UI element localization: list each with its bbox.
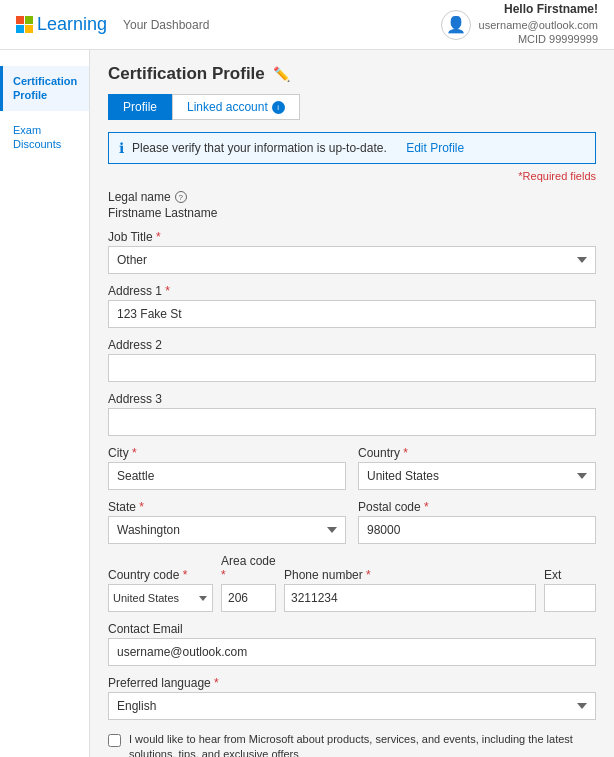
logo-red [16, 16, 24, 24]
address1-group: Address 1 * [108, 284, 596, 328]
phone-number-label: Phone number * [284, 568, 536, 582]
job-title-label: Job Title * [108, 230, 596, 244]
preferred-language-select[interactable]: English Spanish French German [108, 692, 596, 720]
address2-label: Address 2 [108, 338, 596, 352]
address3-group: Address 3 [108, 392, 596, 436]
country-label: Country * [358, 446, 596, 460]
contact-email-input[interactable] [108, 638, 596, 666]
phone-number-group: Phone number * [284, 568, 536, 612]
user-email: username@outlook.com [479, 18, 598, 32]
user-mcid: MCID 99999999 [479, 32, 598, 46]
ext-group: Ext [544, 568, 596, 612]
page-title: Certification Profile [108, 64, 265, 84]
state-select[interactable]: Washington California New York [108, 516, 346, 544]
legal-name-value: Firstname Lastname [108, 206, 596, 220]
country-code-label: Country code * [108, 568, 213, 582]
logo-yellow [25, 25, 33, 33]
form: Legal name ? Firstname Lastname Job Titl… [108, 190, 596, 757]
preferred-language-group: Preferred language * English Spanish Fre… [108, 676, 596, 720]
header-left: Learning Your Dashboard [16, 14, 209, 35]
state-group: State * Washington California New York [108, 500, 346, 544]
preferred-language-label: Preferred language * [108, 676, 596, 690]
user-section[interactable]: 👤 Hello Firstname! username@outlook.com … [441, 2, 598, 46]
address1-label: Address 1 * [108, 284, 596, 298]
alert-banner: ℹ Please verify that your information is… [108, 132, 596, 164]
user-avatar: 👤 [441, 10, 471, 40]
checkbox1-group: I would like to hear from Microsoft abou… [108, 732, 596, 757]
brand-name: Learning [37, 14, 107, 35]
state-postal-row: State * Washington California New York P… [108, 500, 596, 544]
checkbox1-label: I would like to hear from Microsoft abou… [129, 732, 596, 757]
address2-input[interactable] [108, 354, 596, 382]
ms-logo: Learning [16, 14, 107, 35]
city-input[interactable] [108, 462, 346, 490]
job-title-group: Job Title * Other Student Developer IT P… [108, 230, 596, 274]
country-code-group: Country code * United States Canada [108, 568, 213, 612]
country-code-select[interactable]: United States Canada [108, 584, 213, 612]
ms-logo-grid [16, 16, 33, 33]
contact-email-group: Contact Email [108, 622, 596, 666]
logo-green [25, 16, 33, 24]
job-title-required: * [153, 230, 161, 244]
area-code-group: Area code * [221, 554, 276, 612]
city-country-row: City * Country * United States Canada Un… [108, 446, 596, 490]
legal-name-label: Legal name ? [108, 190, 596, 204]
required-note: *Required fields [108, 170, 596, 182]
legal-name-info-icon[interactable]: ? [175, 191, 187, 203]
tab-profile[interactable]: Profile [108, 94, 172, 120]
postal-code-input[interactable] [358, 516, 596, 544]
alert-text: Please verify that your information is u… [132, 141, 387, 155]
dashboard-label: Your Dashboard [123, 18, 209, 32]
linked-account-info-icon[interactable]: i [272, 101, 285, 114]
checkbox1[interactable] [108, 734, 121, 747]
address1-input[interactable] [108, 300, 596, 328]
legal-name-group: Legal name ? Firstname Lastname [108, 190, 596, 220]
address3-input[interactable] [108, 408, 596, 436]
edit-profile-link[interactable]: Edit Profile [406, 141, 464, 155]
area-code-label: Area code * [221, 554, 276, 582]
phone-row: Country code * United States Canada Area… [108, 554, 596, 612]
tabs: Profile Linked account i [108, 94, 596, 120]
country-select[interactable]: United States Canada United Kingdom [358, 462, 596, 490]
state-label: State * [108, 500, 346, 514]
address3-label: Address 3 [108, 392, 596, 406]
alert-info-icon: ℹ [119, 140, 124, 156]
sidebar: Certification Profile Exam Discounts [0, 50, 90, 757]
contact-email-label: Contact Email [108, 622, 596, 636]
tab-linked-account[interactable]: Linked account i [172, 94, 300, 120]
user-info: Hello Firstname! username@outlook.com MC… [479, 2, 598, 46]
city-label: City * [108, 446, 346, 460]
logo-blue [16, 25, 24, 33]
area-code-input[interactable] [221, 584, 276, 612]
page-title-row: Certification Profile ✏️ [108, 64, 596, 84]
layout: Certification Profile Exam Discounts Cer… [0, 50, 614, 757]
ext-input[interactable] [544, 584, 596, 612]
country-group: Country * United States Canada United Ki… [358, 446, 596, 490]
city-group: City * [108, 446, 346, 490]
main-content: Certification Profile ✏️ Profile Linked … [90, 50, 614, 757]
sidebar-item-exam-discounts[interactable]: Exam Discounts [0, 115, 89, 160]
phone-number-input[interactable] [284, 584, 536, 612]
edit-icon[interactable]: ✏️ [273, 66, 290, 82]
sidebar-item-certification-profile[interactable]: Certification Profile [0, 66, 89, 111]
address2-group: Address 2 [108, 338, 596, 382]
header: Learning Your Dashboard 👤 Hello Firstnam… [0, 0, 614, 50]
postal-code-label: Postal code * [358, 500, 596, 514]
job-title-select[interactable]: Other Student Developer IT Professional [108, 246, 596, 274]
ext-label: Ext [544, 568, 596, 582]
postal-code-group: Postal code * [358, 500, 596, 544]
user-greeting: Hello Firstname! [479, 2, 598, 18]
